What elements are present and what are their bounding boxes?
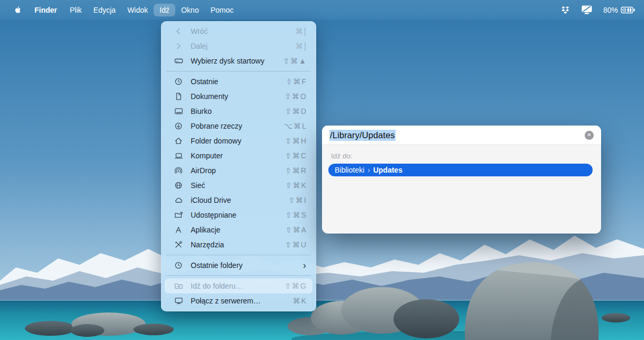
- apple-logo-icon: [13, 5, 22, 14]
- menu-separator: [166, 255, 311, 255]
- laptop-icon: [174, 151, 185, 160]
- menubar-item-okno[interactable]: Okno: [175, 4, 204, 16]
- menu-bar: Finder Plik Edycja Widok Idź Okno Pomoc: [0, 0, 644, 20]
- menu-item-label: Komputer: [191, 151, 285, 160]
- menu-item-shortcut: ⇧⌘F: [286, 77, 307, 86]
- go-to-folder-dialog: /Library/Updates ✕ Idź do: Biblioteki › …: [322, 126, 601, 234]
- menu-item-shortcut: ⇧⌘D: [285, 107, 307, 115]
- menu-item-label: Folder domowy: [191, 137, 285, 145]
- menu-item-udostepniane[interactable]: Udostępniane ⇧⌘S: [165, 208, 312, 222]
- menu-item-label: Udostępniane: [191, 211, 285, 219]
- menu-item-folder-domowy[interactable]: Folder domowy ⇧⌘H: [165, 133, 312, 148]
- path-input-bar: /Library/Updates ✕: [322, 126, 601, 145]
- menu-item-shortcut: ⇧⌘S: [285, 211, 307, 219]
- chevron-right-icon: [174, 42, 185, 50]
- menubar-item-plik[interactable]: Plik: [64, 4, 88, 16]
- menu-item-shortcut: ⌘[: [296, 27, 307, 35]
- menu-item-shortcut: ⇧⌘U: [285, 240, 307, 249]
- menu-item-label: Aplikacje: [191, 226, 285, 234]
- desktop-icon: [174, 107, 185, 115]
- menu-item-biurko[interactable]: Biurko ⇧⌘D: [165, 104, 312, 119]
- house-icon: [174, 137, 185, 145]
- internal-drive-icon: [174, 57, 185, 65]
- menu-item-label: Wybierz dysk startowy: [191, 57, 283, 65]
- menubar-item-idz[interactable]: Idź: [154, 4, 175, 16]
- menu-item-label: Biurko: [191, 107, 285, 115]
- go-menu-dropdown: Wróć ⌘[ Dalej ⌘] Wybierz dysk startowy ⇧…: [161, 21, 316, 311]
- menu-item-icloud-drive[interactable]: iCloud Drive ⇧⌘I: [165, 193, 312, 208]
- close-icon: ✕: [587, 132, 591, 138]
- menu-item-dokumenty[interactable]: Dokumenty ⇧⌘O: [165, 89, 312, 104]
- menubar-item-finder[interactable]: Finder: [29, 4, 64, 16]
- menu-item-shortcut: ⇧⌘K: [285, 181, 307, 190]
- menu-item-shortcut: ⇧⌘R: [285, 166, 307, 175]
- menu-item-shortcut: ⌘K: [293, 297, 307, 305]
- result-crumb-first: Biblioteki: [335, 166, 364, 174]
- cloud-icon: [174, 196, 185, 204]
- battery-status[interactable]: 80%: [603, 6, 636, 14]
- menu-item-airdrop[interactable]: AirDrop ⇧⌘R: [165, 163, 312, 178]
- menu-bar-status: 80%: [560, 5, 644, 15]
- selected-path-text: /Library/Updates: [329, 130, 396, 141]
- menu-item-label: Połącz z serwerem…: [191, 297, 293, 305]
- menu-item-siec[interactable]: Sieć ⇧⌘K: [165, 178, 312, 193]
- folder-arrow-icon: [174, 282, 185, 290]
- menu-item-wybierz-dysk-startowy[interactable]: Wybierz dysk startowy ⇧⌘▲: [165, 53, 312, 68]
- document-icon: [174, 92, 185, 101]
- menu-item-shortcut: ⌘]: [296, 42, 307, 50]
- chevron-left-icon: [174, 27, 185, 35]
- menu-item-label: Idź do folderu…: [191, 282, 284, 290]
- battery-charging-icon: [621, 6, 636, 14]
- go-to-label: Idź do:: [331, 152, 595, 160]
- menu-item-shortcut: ⇧⌘▲: [283, 57, 307, 65]
- menu-item-shortcut: ⇧⌘G: [284, 282, 307, 290]
- menu-item-label: Dalej: [191, 42, 296, 50]
- dropbox-icon[interactable]: [560, 5, 570, 15]
- menubar-item-pomoc[interactable]: Pomoc: [204, 4, 239, 16]
- result-row-biblioteki-updates[interactable]: Biblioteki › Updates: [328, 164, 593, 176]
- airdrop-icon: [174, 166, 185, 175]
- menu-item-label: iCloud Drive: [191, 196, 288, 204]
- clock-icon: [174, 261, 185, 270]
- menu-item-aplikacje[interactable]: Aplikacje ⇧⌘A: [165, 222, 312, 237]
- apple-menu[interactable]: [6, 5, 29, 14]
- clock-icon: [174, 77, 185, 86]
- menubar-item-widok[interactable]: Widok: [121, 4, 154, 16]
- menubar-item-edycja[interactable]: Edycja: [87, 4, 121, 16]
- display-icon: [174, 297, 185, 305]
- clear-input-button[interactable]: ✕: [585, 131, 594, 140]
- shared-folder-icon: [174, 211, 185, 219]
- menu-separator: [166, 275, 311, 276]
- globe-icon: [174, 181, 185, 190]
- menu-item-ostatnie-foldery[interactable]: Ostatnie foldery ›: [165, 258, 312, 273]
- menu-item-shortcut: ⇧⌘H: [285, 137, 307, 145]
- menu-item-narzedzia[interactable]: Narzędzia ⇧⌘U: [165, 237, 312, 252]
- menu-item-shortcut: ⇧⌘C: [285, 151, 307, 160]
- menu-item-label: Ostatnie foldery: [191, 261, 303, 270]
- download-circle-icon: [174, 122, 185, 130]
- menu-item-polacz-z-serwerem[interactable]: Połącz z serwerem… ⌘K: [165, 293, 312, 308]
- menu-item-label: Narzędzia: [191, 240, 285, 249]
- menu-separator: [166, 71, 311, 71]
- menu-item-shortcut: ⇧⌘A: [285, 226, 307, 234]
- menu-bar-left: Finder Plik Edycja Widok Idź Okno Pomoc: [0, 4, 239, 16]
- menu-item-komputer[interactable]: Komputer ⇧⌘C: [165, 148, 312, 163]
- battery-percent: 80%: [603, 6, 618, 14]
- menu-item-label: Ostatnie: [191, 77, 286, 86]
- dialog-results: Idź do: Biblioteki › Updates: [322, 145, 601, 176]
- menu-item-idz-do-folderu[interactable]: Idź do folderu… ⇧⌘G: [165, 279, 312, 293]
- breadcrumb-chevron-icon: ›: [368, 166, 370, 174]
- menu-item-label: Wróć: [191, 27, 296, 35]
- menu-item-label: Pobrane rzeczy: [191, 122, 284, 130]
- menu-item-shortcut: ⇧⌘I: [288, 196, 307, 204]
- menu-item-label: AirDrop: [191, 166, 285, 175]
- menu-item-shortcut: ⇧⌘O: [284, 92, 307, 101]
- result-crumb-second: Updates: [373, 166, 402, 174]
- menu-item-ostatnie[interactable]: Ostatnie ⇧⌘F: [165, 74, 312, 89]
- path-input[interactable]: /Library/Updates: [329, 130, 585, 140]
- display-mirroring-icon[interactable]: [581, 5, 593, 15]
- menu-item-label: Sieć: [191, 181, 285, 190]
- menu-item-dalej: Dalej ⌘]: [165, 39, 312, 53]
- menu-item-pobrane-rzeczy[interactable]: Pobrane rzeczy ⌥⌘L: [165, 119, 312, 133]
- submenu-chevron-icon: ›: [303, 261, 306, 270]
